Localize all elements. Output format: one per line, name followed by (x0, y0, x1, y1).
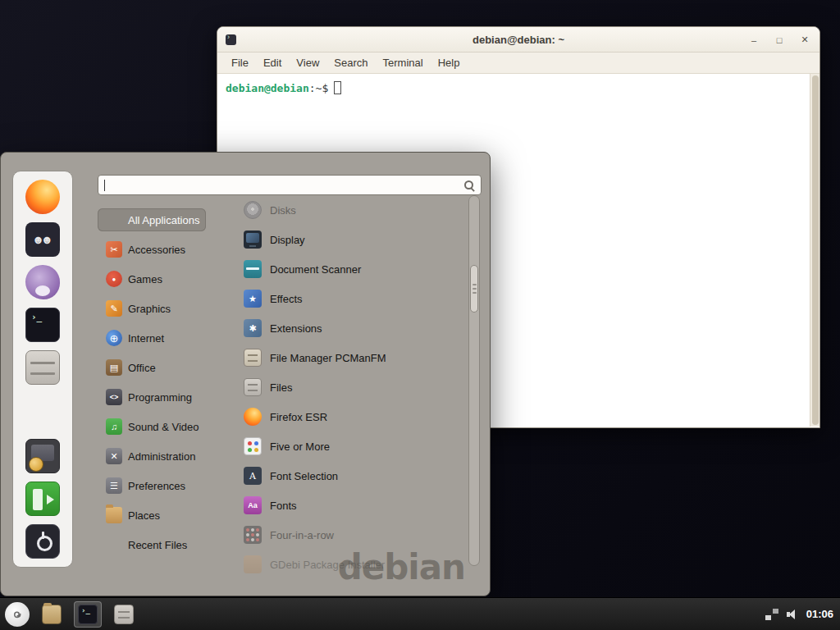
prompt-path: :~$ (309, 82, 328, 94)
terminal-cursor (334, 81, 341, 94)
prompt-user-host: debian@debian (226, 82, 309, 94)
clock[interactable]: 01:06 (806, 608, 833, 620)
window-controls: – □ ✕ (749, 27, 810, 52)
menu-terminal[interactable]: Terminal (376, 54, 431, 71)
categories-list: All Applications ✂ Accessories ● Games ✎… (98, 205, 206, 559)
category-recent-files[interactable]: Recent Files (98, 530, 206, 559)
app-label: Files (270, 381, 292, 394)
five-or-more-icon (244, 437, 262, 455)
debian-swirl-icon (9, 606, 25, 623)
app-label: Extensions (270, 322, 322, 335)
app-document-scanner[interactable]: Document Scanner (217, 254, 463, 284)
terminal-glyph: ›_ (31, 312, 42, 322)
folder-icon (42, 605, 62, 624)
games-icon: ● (106, 271, 122, 287)
apps-scrollbar-thumb[interactable] (470, 265, 478, 313)
taskbar-file-manager-button[interactable] (38, 601, 66, 628)
menu-file[interactable]: File (224, 54, 256, 71)
menu-edit[interactable]: Edit (256, 54, 289, 71)
terminal-menubar: File Edit View Search Terminal Help (217, 52, 819, 74)
category-label: Graphics (128, 303, 171, 315)
app-firefox-esr[interactable]: Firefox ESR (217, 402, 463, 431)
app-effects[interactable]: ★ Effects (217, 284, 463, 313)
taskbar-terminal-button[interactable] (74, 601, 102, 628)
category-administration[interactable]: ✕ Administration (98, 441, 206, 471)
app-label: File Manager PCManFM (270, 352, 386, 364)
office-icon: ▤ (106, 359, 122, 376)
firefox-esr-icon (244, 408, 262, 426)
effects-icon: ★ (244, 290, 262, 308)
category-places[interactable]: Places (98, 500, 206, 530)
extensions-icon: ✱ (244, 319, 262, 337)
users-glyph: ☻☻ (32, 233, 52, 246)
users-icon[interactable]: ☻☻ (25, 222, 60, 257)
category-label: Administration (128, 450, 195, 463)
category-games[interactable]: ● Games (98, 264, 206, 294)
terminal-task-icon (78, 605, 98, 624)
terminal-scrollbar[interactable] (810, 74, 819, 427)
app-label: Firefox ESR (270, 411, 327, 423)
applications-list: Disks Display Document Scanner ★ Effects… (217, 195, 463, 579)
application-menu: ☻☻ ›_ All Applications ✂ Accessories ● (0, 152, 491, 596)
app-extensions[interactable]: ✱ Extensions (217, 313, 463, 343)
volume-icon[interactable] (786, 609, 799, 620)
minimize-button[interactable]: – (749, 35, 759, 45)
terminal-launcher-icon[interactable]: ›_ (25, 308, 60, 342)
terminal-title: debian@debian: ~ (472, 34, 564, 46)
category-programming[interactable]: <> Programming (98, 382, 206, 412)
shut-down-icon[interactable] (25, 524, 60, 559)
debian-watermark: debian (338, 547, 465, 587)
app-font-selection[interactable]: A Font Selection (217, 461, 463, 491)
menu-search[interactable]: Search (326, 54, 375, 71)
app-display[interactable]: Display (217, 225, 463, 254)
category-internet[interactable]: ⊕ Internet (98, 323, 206, 353)
file-cabinet-icon (114, 605, 134, 624)
app-files[interactable]: Files (217, 372, 463, 402)
category-label: Office (128, 362, 156, 374)
menu-help[interactable]: Help (431, 54, 468, 71)
app-label: Five or More (270, 441, 330, 453)
terminal-scrollbar-thumb[interactable] (812, 75, 819, 425)
maximize-button[interactable]: □ (774, 35, 784, 45)
app-disks[interactable]: Disks (217, 195, 463, 225)
pidgin-icon[interactable] (25, 265, 60, 299)
category-preferences[interactable]: ☰ Preferences (98, 471, 206, 500)
lock-screen-icon[interactable] (25, 439, 60, 473)
close-button[interactable]: ✕ (800, 34, 810, 45)
menu-button[interactable] (5, 602, 30, 627)
category-label: Places (128, 509, 160, 522)
app-label: Four-in-a-row (270, 529, 334, 541)
app-file-manager-pcmanfm[interactable]: File Manager PCManFM (217, 343, 463, 372)
terminal-titlebar[interactable]: debian@debian: ~ – □ ✕ (217, 27, 819, 52)
category-all-applications[interactable]: All Applications (98, 208, 206, 231)
category-accessories[interactable]: ✂ Accessories (98, 235, 206, 264)
log-out-icon[interactable] (25, 482, 60, 516)
font-selection-icon: A (244, 467, 262, 485)
files-icon (244, 378, 262, 396)
apps-scrollbar[interactable] (468, 195, 480, 566)
system-tray: 01:06 (765, 608, 840, 620)
menu-view[interactable]: View (289, 54, 326, 71)
app-label: Document Scanner (270, 263, 361, 276)
category-sound-video[interactable]: ♫ Sound & Video (98, 412, 206, 441)
search-box[interactable] (98, 175, 482, 195)
app-fonts[interactable]: Aa Fonts (217, 491, 463, 520)
fonts-icon: Aa (244, 496, 262, 514)
gdebi-icon (244, 555, 262, 573)
desktop: debian@debian: ~ – □ ✕ File Edit View Se… (0, 0, 840, 630)
graphics-icon: ✎ (106, 300, 122, 317)
network-icon[interactable] (765, 609, 778, 620)
search-input[interactable] (98, 176, 481, 194)
category-label: Preferences (128, 480, 185, 492)
file-manager-icon[interactable] (25, 350, 60, 385)
category-label: Recent Files (128, 539, 187, 551)
app-label: Effects (270, 293, 303, 305)
taskbar-files-button[interactable] (110, 601, 138, 628)
category-graphics[interactable]: ✎ Graphics (98, 294, 206, 323)
programming-icon: <> (106, 389, 122, 405)
category-label: Sound & Video (128, 421, 199, 433)
category-office[interactable]: ▤ Office (98, 353, 206, 382)
firefox-icon[interactable] (25, 180, 60, 214)
app-four-in-a-row[interactable]: Four-in-a-row (217, 520, 463, 550)
app-five-or-more[interactable]: Five or More (217, 431, 463, 461)
